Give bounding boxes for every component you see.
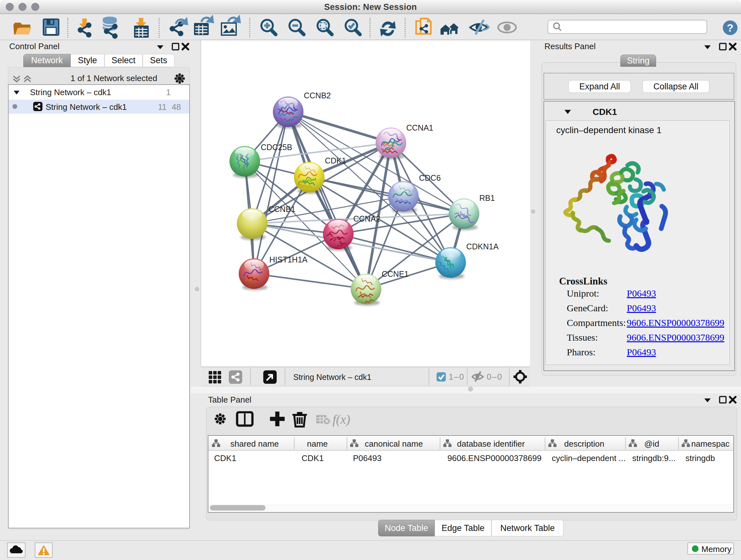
- svg-text:CCNE1: CCNE1: [382, 269, 409, 278]
- svg-text:CCNA2: CCNA2: [353, 214, 381, 223]
- svg-text:CDK1: CDK1: [325, 156, 346, 165]
- svg-text:database identifier: database identifier: [457, 439, 525, 449]
- svg-text:0 – 0: 0 – 0: [487, 372, 502, 381]
- svg-text:P06493: P06493: [353, 453, 382, 463]
- svg-text:CDC25B: CDC25B: [261, 143, 292, 152]
- svg-text:CCNA1: CCNA1: [406, 123, 433, 132]
- svg-text:description: description: [564, 439, 604, 449]
- svg-text:shared name: shared name: [230, 439, 279, 449]
- svg-text:String Network – cdk1: String Network – cdk1: [293, 373, 372, 381]
- svg-text:canonical name: canonical name: [365, 439, 423, 449]
- svg-text:1 – 0: 1 – 0: [449, 372, 464, 381]
- svg-text:?: ?: [727, 22, 734, 34]
- svg-text:HIST1H1A: HIST1H1A: [269, 255, 308, 264]
- svg-text:cyclin–dependent ...: cyclin–dependent ...: [552, 453, 625, 463]
- svg-text:CCNB2: CCNB2: [304, 91, 331, 100]
- svg-text:f(x): f(x): [333, 412, 350, 427]
- svg-text:stringdb:9...: stringdb:9...: [632, 453, 676, 463]
- svg-text:name: name: [307, 439, 328, 449]
- svg-text:RB1: RB1: [479, 193, 495, 202]
- svg-text:CCNB1: CCNB1: [268, 205, 295, 213]
- svg-text:@id: @id: [644, 439, 659, 449]
- svg-text:1 of 1 Network selected: 1 of 1 Network selected: [71, 73, 157, 83]
- svg-text:9606.ENSP00000378699: 9606.ENSP00000378699: [448, 453, 542, 463]
- svg-text:CDK1: CDK1: [214, 453, 236, 463]
- svg-text:CDK1: CDK1: [301, 453, 324, 463]
- svg-text:namespac: namespac: [691, 439, 730, 449]
- svg-text:CDC6: CDC6: [419, 173, 441, 182]
- svg-text:CDKN1A: CDKN1A: [466, 242, 499, 251]
- svg-text:stringdb: stringdb: [685, 453, 715, 463]
